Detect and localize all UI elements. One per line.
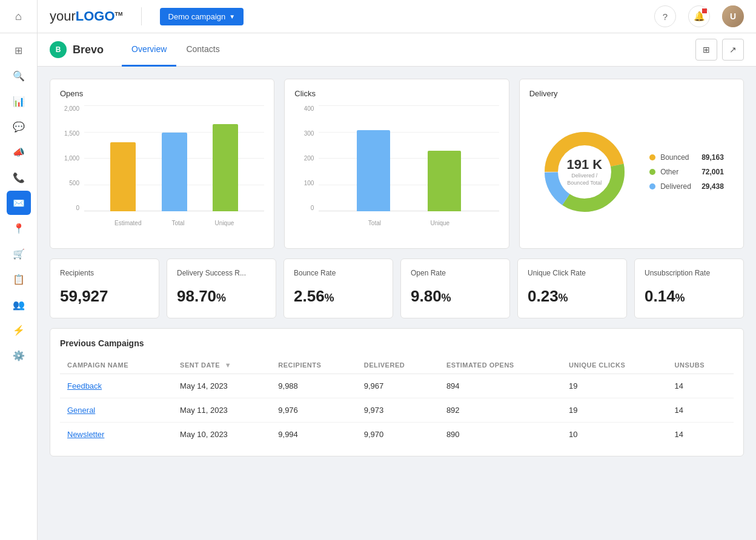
sidebar-item-dashboard[interactable]: ⊞ [7, 38, 31, 62]
opens-x-estimated: Estimated [114, 220, 141, 226]
col-sent-date[interactable]: SENT DATE ▼ [173, 357, 271, 374]
opens-chart-card: Opens 2,000 1,500 1,000 500 0 [50, 79, 274, 249]
legend-item-delivered: Delivered 29,438 [649, 182, 724, 191]
row-2-recipients: 9,994 [271, 423, 356, 447]
legend-item-bounced: Bounced 89,163 [649, 153, 724, 162]
clicks-x-total: Total [368, 220, 381, 226]
help-icon: ? [663, 12, 668, 22]
logo-your: your [50, 8, 76, 24]
row-0-recipients: 9,988 [271, 374, 356, 398]
notification-button[interactable]: 🔔 [688, 5, 710, 27]
sidebar-item-email[interactable]: ✉️ [7, 191, 31, 215]
stat-card-click-rate: Unique Click Rate 0.23% [517, 258, 627, 318]
sort-icon: ▼ [225, 361, 231, 369]
sidebar-item-location[interactable]: 📍 [7, 216, 31, 240]
sidebar-item-settings[interactable]: ⚙️ [7, 343, 31, 367]
top-header: yourLOGOTM Demo campaign ▼ ? 🔔 U [38, 0, 756, 33]
logo-tm: TM [115, 11, 123, 17]
row-1-name: General [60, 398, 173, 423]
delivered-label: Delivered [660, 182, 697, 191]
delivered-dot [649, 183, 655, 189]
clicks-bar-unique [428, 151, 461, 211]
sidebar-item-reports[interactable]: 📋 [7, 267, 31, 291]
stat-value-recipients: 59,927 [60, 287, 149, 306]
bounced-dot [649, 154, 655, 160]
delivery-chart-title: Delivery [529, 89, 734, 98]
opens-x-unique: Unique [215, 220, 234, 226]
clicks-y-200: 200 [304, 155, 314, 162]
col-unsubs: UNSUBS [668, 357, 734, 374]
tab-contacts[interactable]: Contacts [176, 33, 229, 67]
col-delivered: DELIVERED [357, 357, 439, 374]
opens-bar-unique-rect [213, 124, 238, 211]
clicks-bars [319, 105, 499, 211]
opens-y-1500: 1,500 [64, 130, 79, 137]
brevo-letter: B [56, 45, 61, 54]
filter-button[interactable]: ⊞ [695, 39, 717, 61]
sidebar-item-analytics[interactable]: 📊 [7, 89, 31, 113]
stat-label-click-rate: Unique Click Rate [528, 269, 617, 277]
clicks-chart-card: Clicks 400 300 200 100 0 [284, 79, 509, 249]
row-0-delivered: 9,967 [357, 374, 439, 398]
sidebar-item-search[interactable]: 🔍 [7, 64, 31, 88]
stat-card-delivery-success: Delivery Success R... 98.70% [167, 258, 276, 318]
brevo-icon: B [50, 41, 67, 58]
bounce-pct-sign: % [325, 292, 334, 304]
campaign-link-newsletter[interactable]: Newsletter [67, 430, 104, 439]
row-1-est-opens: 892 [439, 398, 562, 423]
demo-campaign-button[interactable]: Demo campaign ▼ [160, 8, 244, 25]
user-avatar[interactable]: U [722, 5, 744, 27]
row-2-est-opens: 890 [439, 423, 562, 447]
bounced-value: 89,163 [701, 153, 724, 162]
table-row: Newsletter May 10, 2023 9,994 9,970 890 … [60, 423, 734, 447]
donut-center: 191 K Delivered /Bounced Total [566, 157, 602, 186]
sidebar-item-automation[interactable]: ⚡ [7, 318, 31, 342]
click-pct-sign: % [559, 292, 568, 304]
campaigns-table-header-row: CAMPAIGN NAME SENT DATE ▼ RECIPIENTS DEL… [60, 357, 734, 374]
clicks-y-300: 300 [304, 130, 314, 137]
opens-bar-estimated-rect [110, 142, 136, 211]
charts-row: Opens 2,000 1,500 1,000 500 0 [50, 79, 744, 249]
help-button[interactable]: ? [654, 5, 676, 27]
campaign-link-general[interactable]: General [67, 406, 95, 415]
sidebar-item-campaigns[interactable]: 📣 [7, 140, 31, 164]
row-1-unsubs: 14 [668, 398, 734, 423]
table-row: Feedback May 14, 2023 9,988 9,967 894 19… [60, 374, 734, 398]
icon-sidebar: ⌂ ⊞ 🔍 📊 💬 📣 📞 ✉️ 📍 🛒 📋 👥 ⚡ ⚙️ [0, 0, 38, 540]
sidebar-item-calls[interactable]: 📞 [7, 165, 31, 189]
donut-chart: 191 K Delivered /Bounced Total [539, 127, 630, 217]
stat-value-click-rate: 0.23% [528, 287, 617, 306]
campaigns-table: CAMPAIGN NAME SENT DATE ▼ RECIPIENTS DEL… [60, 357, 734, 446]
sidebar-item-ecommerce[interactable]: 🛒 [7, 242, 31, 266]
notification-badge [702, 8, 707, 13]
stat-value-bounce-rate: 2.56% [294, 287, 383, 306]
row-0-est-opens: 894 [439, 374, 562, 398]
sidebar-home[interactable]: ⌂ [0, 0, 37, 33]
share-button[interactable]: ↗ [722, 39, 744, 61]
opens-y-2000: 2,000 [64, 105, 79, 112]
bounced-label: Bounced [660, 153, 697, 162]
sidebar-item-contacts[interactable]: 👥 [7, 292, 31, 317]
campaigns-card: Previous Campaigns CAMPAIGN NAME SENT DA… [50, 328, 744, 456]
row-2-delivered: 9,970 [357, 423, 439, 447]
tabs-nav: Overview Contacts [122, 33, 230, 67]
page-header-left: B Brevo Overview Contacts [50, 33, 230, 67]
campaign-link-feedback[interactable]: Feedback [67, 381, 102, 390]
donut-center-value: 191 K [566, 157, 602, 173]
header-divider [141, 7, 142, 25]
stat-value-unsub-rate: 0.14% [645, 287, 734, 306]
opens-chart: 2,000 1,500 1,000 500 0 [60, 105, 264, 226]
tab-overview[interactable]: Overview [122, 33, 176, 67]
row-2-name: Newsletter [60, 423, 173, 447]
opens-y-0: 0 [76, 205, 79, 211]
delivered-value: 29,438 [701, 182, 724, 191]
stat-card-recipients: Recipients 59,927 [50, 258, 159, 318]
other-dot [649, 169, 655, 175]
logo-area: yourLOGOTM [50, 8, 123, 24]
clicks-y-400: 400 [304, 105, 314, 112]
clicks-chart: 400 300 200 100 0 [294, 105, 499, 226]
sidebar-item-chat[interactable]: 💬 [7, 114, 31, 139]
row-0-unsubs: 14 [668, 374, 734, 398]
col-campaign-name: CAMPAIGN NAME [60, 357, 173, 374]
unsub-pct-sign: % [675, 292, 685, 304]
